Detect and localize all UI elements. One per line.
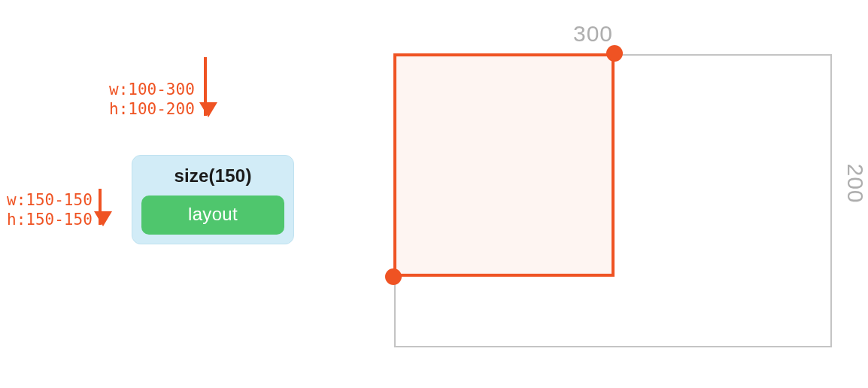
constraints-out-width: w:150-150: [7, 191, 93, 209]
constraints-in-arrow: w:100-300 h:100-200: [109, 77, 207, 120]
outer-height-label: 200: [842, 163, 868, 203]
arrow-down-icon: [99, 189, 102, 225]
constraints-out-height: h:150-150: [7, 211, 93, 229]
constraints-in-height: h:100-200: [109, 100, 195, 118]
size-node-title: size(150): [141, 165, 284, 186]
arrow-down-icon: [204, 57, 207, 116]
handle-dot-bottom-left: [385, 268, 402, 285]
size-node: size(150) layout: [132, 155, 294, 244]
constraints-in-width: w:100-300: [109, 80, 195, 99]
layout-child: layout: [141, 196, 284, 235]
constraints-out-arrow: w:150-150 h:150-150: [7, 193, 102, 230]
constraints-in-label: w:100-300 h:100-200: [109, 80, 195, 120]
constraints-out-label: w:150-150 h:150-150: [7, 190, 93, 230]
handle-dot-top-right: [606, 45, 623, 62]
inner-size-box: [393, 53, 615, 277]
outer-width-label: 300: [573, 21, 613, 47]
size-diagram: 300 200: [378, 17, 859, 377]
